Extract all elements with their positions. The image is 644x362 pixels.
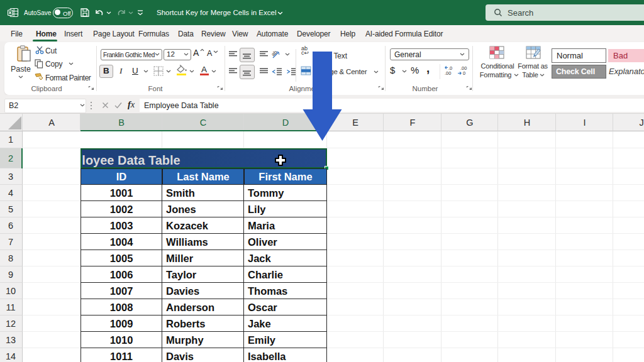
svg-text:ab: ab [272,50,279,57]
svg-text:.00: .00 [445,70,451,76]
svg-text:0: 0 [463,70,465,76]
